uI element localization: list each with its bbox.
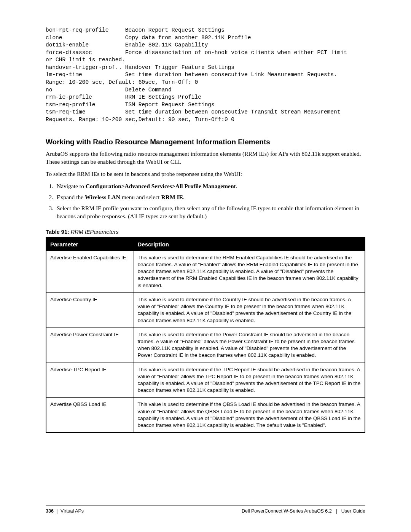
parameters-table: Parameter Description Advertise Enabled … bbox=[46, 237, 365, 433]
footer-doc: User Guide bbox=[341, 508, 365, 514]
param-cell: Advertise QBSS Load IE bbox=[46, 398, 134, 433]
table-row: Advertise Country IE This value is used … bbox=[46, 292, 365, 328]
list-text-mid: menu and select bbox=[120, 194, 161, 200]
list-number: 2. bbox=[48, 193, 53, 201]
intro-paragraph-1: ArubaOS supports the following radio res… bbox=[46, 150, 365, 166]
param-cell: Advertise Country IE bbox=[46, 292, 134, 328]
table-header-parameter: Parameter bbox=[46, 238, 134, 251]
list-text-suffix: . bbox=[183, 194, 185, 200]
desc-cell: This value is used to determine if the C… bbox=[134, 292, 365, 328]
param-cell: Advertise TPC Report IE bbox=[46, 363, 134, 398]
footer-separator: | bbox=[56, 508, 57, 514]
footer-left: 336 | Virtual APs bbox=[46, 508, 84, 514]
list-item: 3.Select the RRM IE profile you want to … bbox=[53, 204, 365, 220]
desc-cell: This value is used to determine if the R… bbox=[134, 251, 365, 292]
list-text-prefix: Select the RRM IE profile you want to co… bbox=[57, 205, 359, 219]
list-number: 3. bbox=[48, 204, 53, 212]
section-heading: Working with Radio Resource Management I… bbox=[46, 138, 365, 146]
steps-list: 1.Navigate to Configuration>Advanced Ser… bbox=[53, 182, 365, 220]
list-text-bold2: RRM IE bbox=[161, 194, 183, 200]
page-number: 336 bbox=[46, 508, 54, 514]
desc-cell: This value is used to determine if the Q… bbox=[134, 398, 365, 433]
list-text-prefix: Expand the bbox=[57, 194, 85, 200]
footer-separator: | bbox=[335, 508, 338, 514]
list-number: 1. bbox=[48, 182, 53, 190]
code-block: bcn-rpt-req-profile Beacon Report Reques… bbox=[46, 27, 365, 123]
list-text-prefix: Navigate to bbox=[57, 183, 86, 189]
footer-product: Dell PowerConnect W-Series ArubaOS 6.2 bbox=[242, 508, 332, 514]
table-caption-bold: Table 91: bbox=[46, 229, 69, 235]
footer-right: Dell PowerConnect W-Series ArubaOS 6.2 |… bbox=[242, 508, 365, 514]
desc-cell: This value is used to determine if the P… bbox=[134, 328, 365, 363]
desc-cell: This value is used to determine if the T… bbox=[134, 363, 365, 398]
list-text-bold: Configuration>Advanced Services>All Prof… bbox=[86, 183, 236, 189]
param-cell: Advertise Power Constraint IE bbox=[46, 328, 134, 363]
page-footer: 336 | Virtual APs Dell PowerConnect W-Se… bbox=[46, 505, 365, 514]
table-caption-italic: RRM IEParameters bbox=[69, 229, 119, 235]
table-header-description: Description bbox=[134, 238, 365, 251]
table-row: Advertise TPC Report IE This value is us… bbox=[46, 363, 365, 398]
footer-left-text: Virtual APs bbox=[61, 508, 84, 514]
list-item: 2.Expand the Wireless LAN menu and selec… bbox=[53, 193, 365, 201]
table-row: Advertise Power Constraint IE This value… bbox=[46, 328, 365, 363]
table-row: Advertise Enabled Capabilities IE This v… bbox=[46, 251, 365, 292]
table-caption: Table 91: RRM IEParameters bbox=[46, 229, 365, 235]
list-text-bold: Wireless LAN bbox=[85, 194, 120, 200]
table-header-row: Parameter Description bbox=[46, 238, 365, 251]
table-row: Advertise QBSS Load IE This value is use… bbox=[46, 398, 365, 433]
param-cell: Advertise Enabled Capabilities IE bbox=[46, 251, 134, 292]
list-text-suffix: . bbox=[236, 183, 237, 189]
intro-paragraph-2: To select the RRM IEs to be sent in beac… bbox=[46, 170, 365, 178]
list-item: 1.Navigate to Configuration>Advanced Ser… bbox=[53, 182, 365, 190]
